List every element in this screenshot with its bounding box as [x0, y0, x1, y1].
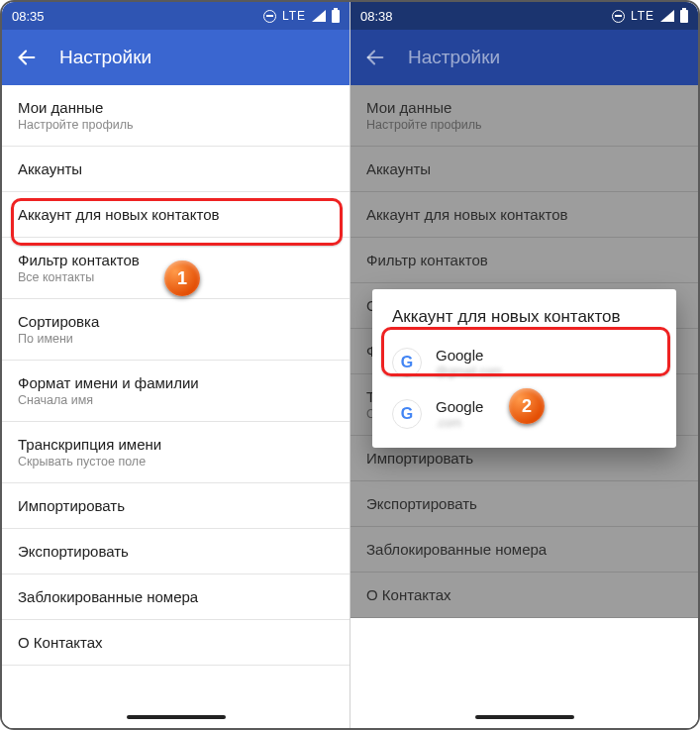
row-blocked[interactable]: Заблокированные номера — [2, 574, 350, 620]
back-button[interactable] — [364, 47, 386, 68]
google-icon: G — [392, 399, 422, 429]
settings-list[interactable]: Мои данныеНастройте профиль Аккаунты Акк… — [2, 85, 350, 706]
signal-icon — [312, 10, 326, 22]
status-time: 08:38 — [360, 9, 393, 24]
row-my-data[interactable]: Мои данныеНастройте профиль — [2, 85, 350, 147]
page-title: Настройки — [59, 47, 151, 68]
network-label: LTE — [282, 9, 306, 23]
row-name-format[interactable]: Формат имени и фамилииСначала имя — [2, 361, 350, 422]
row-accounts[interactable]: Аккаунты — [2, 147, 350, 192]
row-default-account[interactable]: Аккаунт для новых контактов — [2, 192, 350, 238]
status-bar: 08:38 LTE — [350, 2, 698, 30]
phone-left: 08:35 LTE Настройки Мои данныеНастройте … — [2, 2, 350, 728]
app-bar: Настройки — [2, 30, 350, 85]
account-picker-dialog: Аккаунт для новых контактов G Google @gm… — [372, 289, 676, 448]
status-time: 08:35 — [12, 9, 45, 24]
dnd-icon — [612, 10, 625, 23]
dialog-title: Аккаунт для новых контактов — [372, 307, 676, 337]
battery-icon — [680, 10, 688, 23]
page-title: Настройки — [408, 47, 500, 68]
row-import[interactable]: Импортировать — [2, 483, 350, 529]
battery-icon — [332, 10, 340, 23]
row-about[interactable]: О Контактах — [2, 620, 350, 666]
back-button[interactable] — [16, 47, 38, 68]
google-icon: G — [392, 348, 422, 377]
phone-right: 08:38 LTE Настройки Мои данныеНастройте … — [350, 2, 698, 728]
marker-2: 2 — [509, 388, 545, 424]
marker-1: 1 — [164, 261, 200, 296]
account-option-1[interactable]: G Google @gmail.com — [372, 337, 676, 388]
row-export[interactable]: Экспортировать — [2, 529, 350, 574]
dnd-icon — [263, 10, 276, 23]
nav-bar — [350, 706, 698, 728]
comparison-frame: 08:35 LTE Настройки Мои данныеНастройте … — [0, 0, 700, 730]
status-bar: 08:35 LTE — [2, 2, 350, 30]
row-phonetic[interactable]: Транскрипция имениСкрывать пустое поле — [2, 422, 350, 483]
nav-bar — [2, 706, 350, 728]
network-label: LTE — [631, 9, 654, 23]
signal-icon — [660, 10, 674, 22]
app-bar: Настройки — [350, 30, 698, 85]
row-sort[interactable]: СортировкаПо имени — [2, 299, 350, 361]
